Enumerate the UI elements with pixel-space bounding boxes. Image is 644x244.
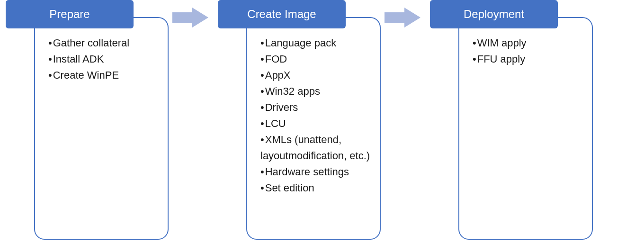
arrow-icon [384,7,421,28]
stage-deploy-title: Deployment [430,0,558,28]
stage-create-body: Language pack FOD AppX Win32 apps Driver… [246,17,381,240]
arrow-icon [171,7,209,28]
stage-create-item: XMLs (unattend, layoutmodification, etc.… [260,132,372,164]
stage-create-item: Set edition [260,180,372,196]
stage-prepare-title: Prepare [6,0,134,28]
stage-create-item: AppX [260,67,372,83]
stage-create-item: Drivers [260,99,372,116]
stage-prepare-item: Create WinPE [48,67,160,83]
stage-create-items: Language pack FOD AppX Win32 apps Driver… [260,35,372,196]
stage-create-item: Win32 apps [260,83,372,99]
stage-prepare-items: Gather collateral Install ADK Create Win… [48,35,160,83]
stage-deploy-item: FFU apply [473,51,584,67]
stage-create-title: Create Image [218,0,346,28]
stage-create-item: Language pack [260,35,372,51]
stage-deploy-items: WIM apply FFU apply [473,35,584,67]
stage-deploy-item: WIM apply [473,35,584,51]
diagram-canvas: Prepare Gather collateral Install ADK Cr… [0,0,644,244]
stage-deploy-body: WIM apply FFU apply [458,17,593,240]
stage-create-item: FOD [260,51,372,67]
stage-create-item: LCU [260,116,372,132]
stage-prepare-item: Gather collateral [48,35,160,51]
stage-create-item: Hardware settings [260,164,372,180]
stage-prepare-body: Gather collateral Install ADK Create Win… [34,17,169,240]
stage-prepare-item: Install ADK [48,51,160,67]
